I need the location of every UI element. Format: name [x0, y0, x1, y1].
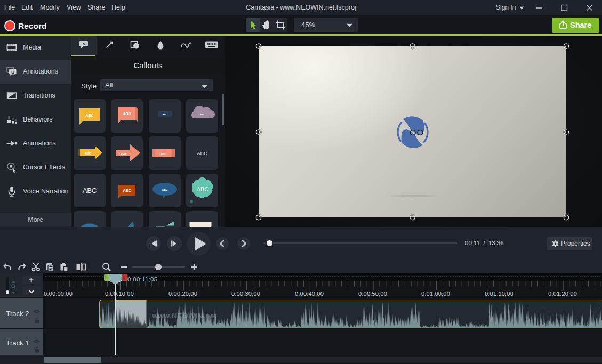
- svg-text:a: a: [83, 42, 85, 46]
- svg-text:ABC: ABC: [85, 152, 91, 155]
- svg-text:ABC: ABC: [197, 186, 209, 192]
- svg-text:ABC: ABC: [123, 189, 131, 192]
- svg-text:ABC: ABC: [162, 113, 167, 116]
- svg-text:ABC: ABC: [123, 112, 131, 116]
- svg-text:ABC: ABC: [121, 152, 128, 156]
- svg-text:ABC: ABC: [162, 188, 167, 191]
- svg-text:ABC: ABC: [82, 187, 97, 195]
- svg-text:ABC: ABC: [160, 152, 166, 156]
- svg-text:ABC: ABC: [197, 150, 207, 156]
- svg-text:ABC: ABC: [200, 113, 205, 116]
- svg-text:ABC: ABC: [85, 114, 93, 117]
- svg-text:a: a: [11, 69, 14, 74]
